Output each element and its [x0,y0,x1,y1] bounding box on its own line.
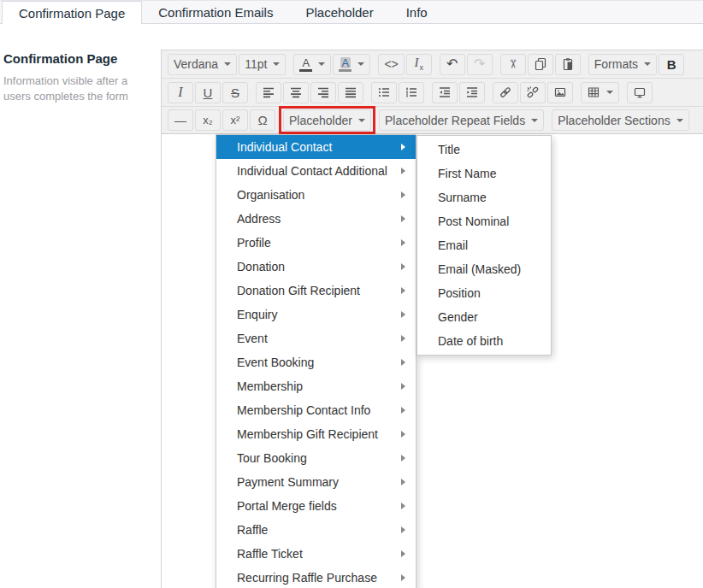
clear-formatting-button[interactable]: Ix [406,54,432,75]
paste-button[interactable] [555,54,581,75]
remove-link-button[interactable] [520,82,546,103]
special-character-button[interactable]: Ω [250,109,275,131]
menu-item-membership[interactable]: Membership [216,374,416,398]
menu-item-event-booking[interactable]: Event Booking [216,350,416,374]
tab-placeholder[interactable]: Placeholder [289,1,389,24]
horizontal-rule-icon: — [174,115,186,126]
background-color-button[interactable]: A [333,54,370,75]
placeholder-repeat-fields-select[interactable]: Placeholder Repeat Fields [379,109,544,131]
source-code-button[interactable]: <> [378,54,404,75]
tab-info[interactable]: Info [390,1,444,24]
menu-item-portal-merge-fields[interactable]: Portal Merge fields [216,494,416,518]
menu-item-enquiry[interactable]: Enquiry [216,303,416,326]
preview-button[interactable] [627,82,653,103]
menu-item-raffle-ticket[interactable]: Raffle Ticket [216,542,416,566]
menu-item-tour-booking[interactable]: Tour Booking [216,446,416,470]
text-color-button[interactable]: A [293,54,331,75]
chevron-down-icon [358,119,365,122]
menu-item-raffle[interactable]: Raffle [216,518,416,542]
strikethrough-icon: S [231,86,239,99]
table-button[interactable] [581,82,619,103]
text-color-icon: A [299,57,312,72]
submenu-item-post-nominal[interactable]: Post Nominal [417,209,551,233]
submenu-arrow-icon [401,191,405,198]
insert-link-button[interactable] [493,82,518,103]
horizontal-rule-button[interactable]: — [168,109,193,131]
copy-button[interactable] [528,54,553,75]
decrease-indent-icon [438,85,452,99]
underline-button[interactable]: U [195,82,221,103]
submenu-arrow-icon [401,287,405,294]
align-left-button[interactable] [256,82,281,103]
submenu-item-surname[interactable]: Surname [417,185,551,209]
decrease-indent-button[interactable] [432,82,458,103]
placeholder-sections-select[interactable]: Placeholder Sections [552,109,689,131]
placeholder-select[interactable]: Placeholder [283,109,371,131]
superscript-button[interactable]: x² [222,109,248,131]
superscript-icon: x² [231,115,240,126]
redo-button[interactable]: ↷ [467,54,493,75]
submenu-arrow-icon [401,526,405,533]
menu-item-profile[interactable]: Profile [216,231,416,255]
align-right-button[interactable] [310,82,336,103]
menu-item-membership-gift-recipient[interactable]: Membership Gift Recipient [216,422,416,446]
font-size-select[interactable]: 11pt [239,54,286,75]
submenu-item-first-name[interactable]: First Name [417,162,551,185]
menu-item-donation-gift-recipient[interactable]: Donation Gift Recipient [216,279,416,303]
submenu-item-title[interactable]: Title [417,138,551,162]
page-title: Confirmation Page [3,51,153,66]
submenu-arrow-icon [401,359,405,366]
submenu-item-date-of-birth[interactable]: Date of birth [417,329,551,353]
menu-item-address[interactable]: Address [216,207,416,231]
menu-item-recurring-raffle-purchase[interactable]: Recurring Raffle Purchase [216,566,416,588]
submenu-item-position[interactable]: Position [417,281,551,305]
menu-item-individual-contact[interactable]: Individual Contact [216,135,416,159]
underline-icon: U [204,86,213,99]
menu-item-membership-contact-info[interactable]: Membership Contact Info [216,398,416,422]
submenu-item-gender[interactable]: Gender [417,305,551,329]
italic-icon: I [178,85,182,99]
menu-item-event[interactable]: Event [216,326,416,350]
cut-button[interactable]: ✂ [500,54,526,75]
align-justify-icon [344,85,357,99]
undo-button[interactable]: ↶ [440,54,465,75]
subscript-icon: x₂ [203,115,213,126]
numbered-list-button[interactable] [399,82,424,103]
placeholder-label: Placeholder [289,115,352,126]
submenu-arrow-icon [401,407,405,414]
bold-button[interactable]: B [659,54,684,75]
chevron-down-icon [531,119,538,122]
subscript-button[interactable]: x₂ [195,109,221,131]
align-justify-button[interactable] [338,82,363,103]
insert-image-button[interactable] [547,82,573,103]
submenu-arrow-icon [401,311,405,318]
tab-bar: Confirmation Page Confirmation Emails Pl… [0,0,703,24]
menu-item-individual-contact-additional[interactable]: Individual Contact Additional [216,159,416,183]
source-code-icon: <> [384,58,398,70]
copy-icon [534,57,547,71]
italic-button[interactable]: I [168,82,193,103]
submenu-arrow-icon [401,455,405,462]
bullet-list-icon [377,85,391,99]
font-family-select[interactable]: Verdana [168,54,237,75]
tab-confirmation-emails[interactable]: Confirmation Emails [142,1,289,24]
menu-item-label: Address [237,212,281,226]
submenu-item-email-masked[interactable]: Email (Masked) [417,257,551,281]
increase-indent-button[interactable] [459,82,485,103]
menu-item-donation[interactable]: Donation [216,255,416,279]
menu-item-label: Surname [438,191,487,204]
menu-item-payment-summary[interactable]: Payment Summary [216,470,416,494]
menu-item-label: Membership Contact Info [237,403,370,417]
submenu-item-email[interactable]: Email [417,233,551,257]
align-center-button[interactable] [283,82,309,103]
strikethrough-button[interactable]: S [222,82,248,103]
chevron-down-icon [644,62,651,66]
menu-item-label: Individual Contact [237,140,332,154]
menu-item-organisation[interactable]: Organisation [216,183,416,207]
submenu-arrow-icon [401,503,405,509]
tab-confirmation-page[interactable]: Confirmation Page [2,1,142,24]
menu-item-label: Individual Contact Additional [237,164,387,178]
formats-select[interactable]: Formats [588,54,657,75]
bullet-list-button[interactable] [371,82,397,103]
toolbar-row-2: I U S [162,79,703,107]
